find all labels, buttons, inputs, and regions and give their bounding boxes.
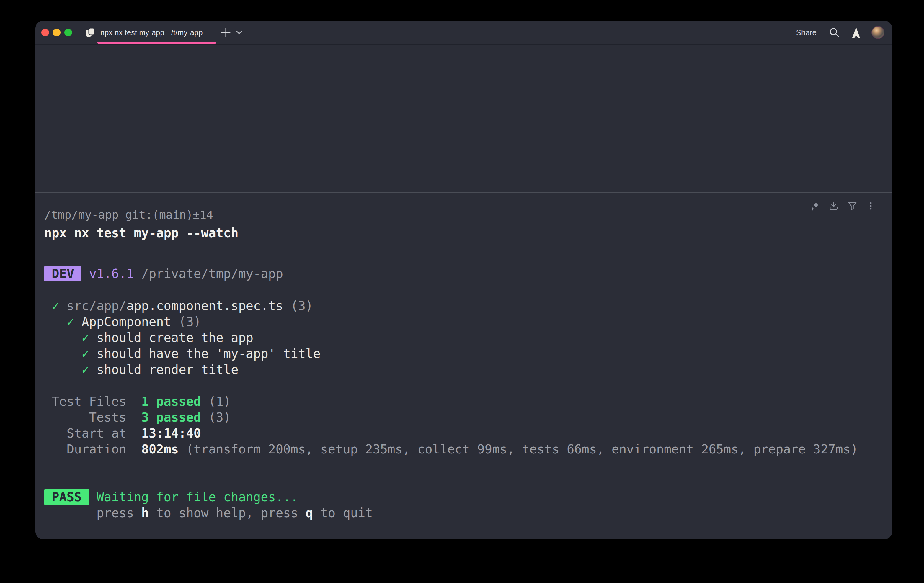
summary-label: Tests bbox=[44, 410, 126, 425]
close-window-button[interactable] bbox=[41, 29, 49, 36]
kebab-menu-icon[interactable] bbox=[866, 201, 876, 211]
blocks-icon bbox=[85, 27, 96, 38]
test-suite-row: ✓ AppComponent (3) bbox=[44, 314, 892, 330]
test-suite-name: AppComponent bbox=[81, 314, 171, 330]
summary-row-start-at: Start at 13:14:40 bbox=[44, 425, 892, 441]
shell-prompt: /tmp/my-app git:(main)±14 bbox=[44, 207, 892, 223]
hint-text: press bbox=[97, 505, 142, 521]
test-file-dir: src/app/ bbox=[67, 298, 126, 314]
summary-value: 3 passed bbox=[142, 410, 201, 425]
command-block: /tmp/my-app git:(main)±14 npx nx test my… bbox=[35, 193, 892, 539]
summary-value: 1 passed bbox=[142, 394, 201, 410]
test-case-row: ✓ should have the 'my-app' title bbox=[44, 346, 892, 362]
hint-key-h: h bbox=[142, 505, 149, 521]
titlebar[interactable]: npx nx test my-app - /t/my-app Share bbox=[35, 21, 892, 45]
pass-badge: PASS bbox=[44, 489, 89, 505]
new-tab-button[interactable] bbox=[219, 26, 232, 39]
titlebar-right-cluster: Share bbox=[796, 26, 884, 39]
search-icon[interactable] bbox=[828, 26, 841, 39]
download-icon[interactable] bbox=[829, 201, 838, 211]
traffic-lights bbox=[41, 29, 72, 36]
check-icon: ✓ bbox=[81, 362, 89, 378]
test-case-name: should have the 'my-app' title bbox=[97, 346, 320, 362]
avatar[interactable] bbox=[871, 26, 884, 39]
test-file-name: app.component.spec.ts bbox=[126, 298, 283, 314]
command-text: npx nx test my-app --watch bbox=[44, 225, 238, 241]
command-line[interactable]: npx nx test my-app --watch bbox=[44, 225, 892, 241]
test-case-name: should create the app bbox=[97, 330, 253, 346]
hint-key-q: q bbox=[305, 505, 313, 521]
project-path: /private/tmp/my-app bbox=[142, 266, 283, 282]
check-icon: ✓ bbox=[81, 346, 89, 362]
active-tab-indicator bbox=[97, 41, 216, 44]
warp-logo-icon[interactable] bbox=[850, 26, 863, 39]
summary-row-tests: Tests 3 passed (3) bbox=[44, 410, 892, 425]
empty-terminal-pane bbox=[35, 45, 892, 193]
test-case-row: ✓ should render title bbox=[44, 362, 892, 378]
summary-label: Test Files bbox=[44, 394, 126, 410]
share-button[interactable]: Share bbox=[796, 28, 817, 37]
test-suite-count: (3) bbox=[171, 314, 201, 330]
terminal-window: npx nx test my-app - /t/my-app Share bbox=[35, 21, 892, 539]
summary-label: Duration bbox=[44, 441, 126, 457]
zoom-window-button[interactable] bbox=[64, 29, 72, 36]
summary-extra: (transform 200ms, setup 235ms, collect 9… bbox=[178, 441, 858, 457]
check-icon: ✓ bbox=[67, 314, 74, 330]
watch-status-row: PASS Waiting for file changes... bbox=[44, 489, 892, 505]
summary-row-test-files: Test Files 1 passed (1) bbox=[44, 394, 892, 410]
tab-list-chevron-down-icon[interactable] bbox=[234, 28, 244, 38]
summary-extra: (1) bbox=[201, 394, 231, 410]
tab-active[interactable]: npx nx test my-app - /t/my-app bbox=[85, 21, 212, 44]
summary-value: 802ms bbox=[142, 441, 178, 457]
hint-text: to quit bbox=[313, 505, 373, 521]
watch-hint-row: press h to show help, press q to quit bbox=[44, 505, 892, 521]
watch-message: Waiting for file changes... bbox=[97, 489, 298, 505]
tab-title: npx nx test my-app - /t/my-app bbox=[101, 28, 203, 37]
vitest-dev-line: DEV v1.6.1 /private/tmp/my-app bbox=[44, 266, 892, 282]
test-case-row: ✓ should create the app bbox=[44, 330, 892, 346]
prompt-path: /tmp/my-app git:(main)±14 bbox=[44, 207, 213, 223]
summary-row-duration: Duration 802ms (transform 200ms, setup 2… bbox=[44, 441, 892, 457]
vitest-version: v1.6.1 bbox=[89, 266, 134, 282]
test-file-count: (3) bbox=[283, 298, 313, 314]
hint-text: to show help, press bbox=[149, 505, 305, 521]
dev-badge: DEV bbox=[44, 266, 81, 282]
summary-label: Start at bbox=[44, 425, 126, 441]
check-icon: ✓ bbox=[81, 330, 89, 346]
minimize-window-button[interactable] bbox=[53, 29, 61, 36]
block-actions-toolbar bbox=[810, 201, 876, 211]
sparkles-icon[interactable] bbox=[810, 201, 820, 211]
check-icon: ✓ bbox=[52, 298, 59, 314]
summary-value: 13:14:40 bbox=[142, 425, 201, 441]
test-file-row: ✓ src/app/ app.component.spec.ts (3) bbox=[44, 298, 892, 314]
summary-extra: (3) bbox=[201, 410, 231, 425]
test-case-name: should render title bbox=[97, 362, 238, 378]
filter-icon[interactable] bbox=[848, 201, 857, 211]
